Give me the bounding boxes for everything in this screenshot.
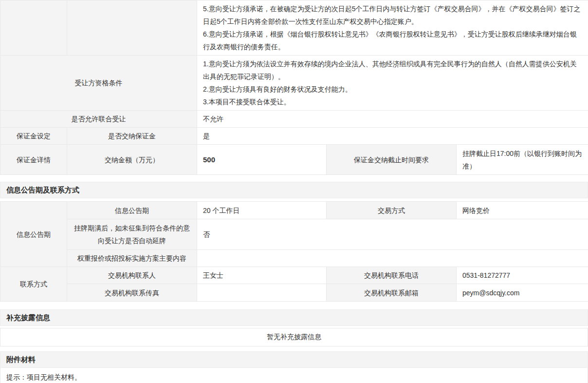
extension-label-cell: 挂牌期满后，如未征集到符合条件的意向受让方是否自动延牌	[67, 219, 197, 250]
contact-email-value-cell: peym@sdcqjy.com	[457, 284, 588, 302]
attachments-section-bar: 附件材料	[0, 351, 588, 368]
empty-group-cell	[0, 0, 67, 56]
deposit-amount-value-cell: 500	[197, 145, 327, 175]
supplementary-section-bar: 补充披露信息	[0, 309, 588, 326]
empty-label-cell	[67, 0, 197, 56]
announcement-contacts-table: 信息公告期 信息公告期 20 个工作日 交易方式 网络竞价 挂牌期满后，如未征集…	[0, 201, 588, 302]
period-label-cell: 信息公告期	[67, 202, 197, 219]
contact-person-row: 联系方式 交易机构联系人 王女士 交易机构联系电话 0531-81272777	[0, 267, 588, 284]
supplementary-section-title: 补充披露信息	[6, 313, 50, 323]
contact-email-label-cell: 交易机构联系邮箱	[327, 284, 457, 302]
contact-phone-label-cell: 交易机构联系电话	[327, 267, 457, 284]
bidding-plan-value-cell	[197, 250, 588, 267]
contact-group-cell: 联系方式	[0, 267, 67, 302]
bidding-plan-label-cell: 权重报价或招投标实施方案主要内容	[67, 250, 197, 267]
contact-person-value-cell: 王女士	[197, 267, 327, 284]
deposit-deadline-value-cell: 挂牌截止日17:00前（以银行到账时间为准）	[457, 145, 588, 175]
deposit-deadline-label-cell: 保证金交纳截止时间要求	[327, 145, 457, 175]
transfer-conditions-table: 5.意向受让方须承诺，在被确定为受让方的次日起5个工作日内与转让方签订《产权交易…	[0, 0, 588, 175]
supplementary-empty-box: 暂无补充披露信息	[0, 328, 588, 346]
attachments-empty-text: 提示：项目无相关材料。	[6, 373, 81, 382]
deposit-setting-row: 保证金设定 是否交纳保证金 是	[0, 128, 588, 145]
term-item-5: 5.意向受让方须承诺，在被确定为受让方的次日起5个工作日内与转让方签订《产权交易…	[203, 2, 582, 28]
extension-row: 挂牌期满后，如未征集到符合条件的意向受让方是否自动延牌 否	[0, 219, 588, 250]
qualification-item-1: 1.意向受让方须为依法设立并有效存续的境内企业法人、其他经济组织或具有完全民事行…	[203, 57, 582, 83]
announcement-period-row: 信息公告期 信息公告期 20 个工作日 交易方式 网络竞价	[0, 202, 588, 219]
deposit-setting-group-cell: 保证金设定	[0, 128, 67, 145]
term-item-6: 6.意向受让方须承诺，根据《烟台银行股权转让意见书》《农商银行股权转让意见书》，…	[203, 28, 582, 53]
attachments-section-title: 附件材料	[6, 355, 36, 364]
joint-transfer-row: 是否允许联合受让 不允许	[0, 111, 588, 128]
supplementary-empty-text: 暂无补充披露信息	[267, 333, 321, 342]
deposit-detail-group-cell: 保证金详情	[0, 145, 67, 175]
joint-transfer-label-cell: 是否允许联合受让	[0, 111, 197, 128]
qualification-item-2: 2.意向受让方须具有良好的财务状况及支付能力。	[203, 83, 582, 96]
extension-value-cell: 否	[197, 219, 588, 250]
transferee-terms-continued-row: 5.意向受让方须承诺，在被确定为受让方的次日起5个工作日内与转让方签订《产权交易…	[0, 0, 588, 56]
bidding-plan-row: 权重报价或招投标实施方案主要内容	[0, 250, 588, 267]
contact-fax-label-cell: 交易机构联系传真	[67, 284, 197, 302]
announcement-section-bar: 信息公告期及联系方式	[0, 182, 588, 198]
contact-fax-value-cell	[197, 284, 327, 302]
joint-transfer-value-cell: 不允许	[197, 111, 588, 128]
qualification-row: 受让方资格条件 1.意向受让方须为依法设立并有效存续的境内企业法人、其他经济组织…	[0, 56, 588, 111]
contact-phone-value-cell: 0531-81272777	[457, 267, 588, 284]
announcement-section-title: 信息公告期及联系方式	[6, 186, 79, 195]
attachments-empty-box: 提示：项目无相关材料。	[0, 368, 588, 383]
contact-person-label-cell: 交易机构联系人	[67, 267, 197, 284]
qualification-item-3: 3.本项目不接受联合体受让。	[203, 96, 582, 108]
trade-mode-label-cell: 交易方式	[327, 202, 457, 219]
qualification-label-cell: 受让方资格条件	[0, 56, 197, 111]
deposit-detail-row: 保证金详情 交纳金额（万元） 500 保证金交纳截止时间要求 挂牌截止日17:0…	[0, 145, 588, 175]
trade-mode-value-cell: 网络竞价	[457, 202, 588, 219]
deposit-amount-label-cell: 交纳金额（万元）	[67, 145, 197, 175]
contact-fax-row: 交易机构联系传真 交易机构联系邮箱 peym@sdcqjy.com	[0, 284, 588, 302]
deposit-setting-value-cell: 是	[197, 128, 588, 145]
transferee-terms-cell: 5.意向受让方须承诺，在被确定为受让方的次日起5个工作日内与转让方签订《产权交易…	[197, 0, 588, 56]
period-group-cell: 信息公告期	[0, 202, 67, 267]
deposit-setting-label-cell: 是否交纳保证金	[67, 128, 197, 145]
qualification-value-cell: 1.意向受让方须为依法设立并有效存续的境内企业法人、其他经济组织或具有完全民事行…	[197, 56, 588, 111]
period-value-cell: 20 个工作日	[197, 202, 327, 219]
